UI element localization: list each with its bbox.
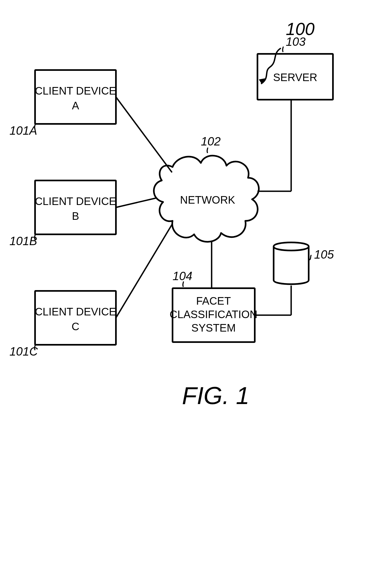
client-b-label-1: CLIENT DEVICE — [35, 195, 116, 207]
database-cylinder: 105 — [274, 242, 334, 284]
network-label: NETWORK — [180, 194, 235, 206]
client-device-a: CLIENT DEVICE A 101A — [9, 70, 116, 137]
figure-caption: FIG. 1 — [182, 382, 249, 409]
svg-line-4 — [116, 97, 172, 172]
client-a-label-1: CLIENT DEVICE — [35, 85, 116, 97]
svg-line-5 — [116, 198, 156, 207]
client-b-ref: 101B — [9, 234, 37, 248]
svg-rect-1 — [35, 70, 116, 124]
client-a-ref: 101A — [9, 124, 37, 137]
connections — [116, 97, 291, 318]
client-device-c: CLIENT DEVICE C 101C — [9, 291, 116, 358]
client-a-label-2: A — [72, 100, 79, 112]
facet-box: FACET CLASSIFICATION SYSTEM 104 — [170, 269, 257, 342]
svg-line-6 — [116, 224, 173, 318]
svg-rect-2 — [35, 180, 116, 234]
facet-label-1: FACET — [196, 295, 231, 307]
server-label: SERVER — [273, 71, 317, 83]
database-ref: 105 — [314, 248, 334, 261]
network-cloud: NETWORK 102 — [154, 135, 259, 242]
client-device-b: CLIENT DEVICE B 101B — [9, 180, 116, 248]
server-ref: 103 — [286, 35, 306, 48]
facet-label-3: SYSTEM — [191, 322, 236, 334]
network-ref: 102 — [201, 135, 221, 148]
client-c-label-2: C — [72, 321, 80, 332]
client-c-ref: 101C — [9, 345, 38, 358]
client-c-label-1: CLIENT DEVICE — [35, 306, 116, 318]
client-b-label-2: B — [72, 210, 79, 222]
facet-ref: 104 — [173, 269, 192, 283]
facet-label-2: CLASSIFICATION — [170, 308, 257, 320]
svg-rect-3 — [35, 291, 116, 345]
